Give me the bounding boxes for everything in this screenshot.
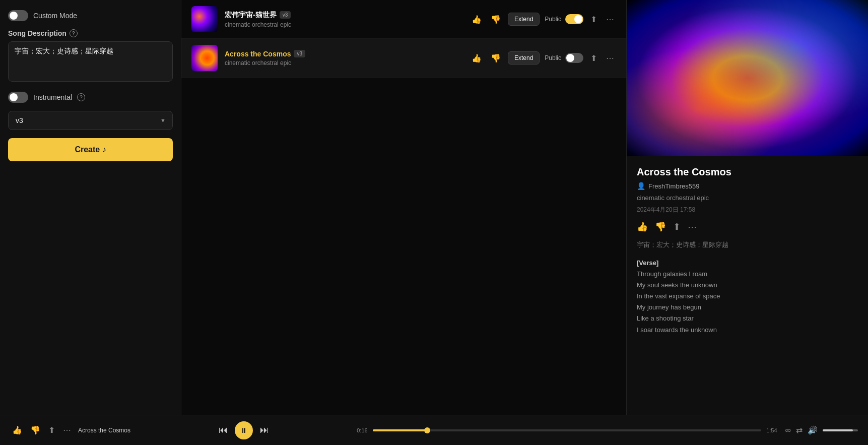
song-desc-textarea[interactable]: 宇宙；宏大；史诗感；星际穿越 xyxy=(8,41,173,82)
right-date: 2024年4月20日 17:58 xyxy=(637,206,858,214)
public-toggle-row-1: Public xyxy=(545,14,583,24)
more-btn-1[interactable]: ⋯ xyxy=(604,13,616,26)
version-select-wrapper: v3 v2 v1 xyxy=(8,111,173,130)
right-genre: cinematic orchestral epic xyxy=(637,194,858,202)
player-like-btn[interactable]: 👍 xyxy=(10,423,24,437)
song-actions-2: 👍 👎 Extend Public ⬆ ⋯ xyxy=(470,51,616,65)
song-info-1: 宏伟宇宙-猫世界 v3 cinematic orchestral epic xyxy=(225,11,462,28)
song-item-2[interactable]: Across the Cosmos v3 cinematic orchestra… xyxy=(181,39,626,78)
custom-mode-row: Custom Mode xyxy=(8,10,173,21)
left-sidebar: Custom Mode Song Description ? 宇宙；宏大；史诗感… xyxy=(0,0,181,415)
progress-bar[interactable] xyxy=(373,429,762,431)
public-toggle-1[interactable] xyxy=(565,14,583,24)
song-desc-section: Song Description ? 宇宙；宏大；史诗感；星际穿越 xyxy=(8,29,173,84)
create-button[interactable]: Create ♪ xyxy=(8,138,173,161)
loop-btn[interactable]: ∞ xyxy=(785,426,791,435)
volume-fill xyxy=(823,429,853,431)
user-icon: 👤 xyxy=(637,182,645,190)
custom-mode-label: Custom Mode xyxy=(33,12,77,20)
bottom-player: 👍 👎 ⬆ ⋯ Across the Cosmos ⏮ ⏸ ⏭ 0:16 1:5… xyxy=(0,415,868,445)
instrumental-label: Instrumental xyxy=(33,93,72,101)
dislike-btn-1[interactable]: 👎 xyxy=(489,13,503,26)
extend-btn-2[interactable]: Extend xyxy=(508,51,540,65)
right-share-btn[interactable]: ⬆ xyxy=(673,221,681,232)
player-right-controls: ∞ ⇄ 🔊 xyxy=(785,425,858,435)
song-version-badge-2: v3 xyxy=(294,50,305,57)
song-info-2: Across the Cosmos v3 cinematic orchestra… xyxy=(225,50,462,67)
song-title-1: 宏伟宇宙-猫世界 v3 xyxy=(225,11,462,20)
custom-mode-toggle[interactable] xyxy=(8,10,28,21)
prev-btn[interactable]: ⏮ xyxy=(219,425,228,435)
right-panel: Across the Cosmos 👤 FreshTimbres559 cine… xyxy=(626,0,868,415)
volume-bar[interactable] xyxy=(823,429,858,431)
song-item-1[interactable]: 宏伟宇宙-猫世界 v3 cinematic orchestral epic 👍 … xyxy=(181,0,626,39)
lyrics-line-3: In the vast expanse of space xyxy=(637,291,858,302)
player-share-btn[interactable]: ⬆ xyxy=(46,423,57,437)
next-btn[interactable]: ⏭ xyxy=(260,425,269,435)
song-actions-1: 👍 👎 Extend Public ⬆ ⋯ xyxy=(470,13,616,26)
more-btn-2[interactable]: ⋯ xyxy=(604,51,616,65)
right-more-btn[interactable]: ⋯ xyxy=(688,221,697,232)
lyrics-line-1: Through galaxies I roam xyxy=(637,269,858,280)
player-more-btn[interactable]: ⋯ xyxy=(61,423,73,437)
progress-fill xyxy=(373,429,427,431)
instrumental-help-icon[interactable]: ? xyxy=(77,93,85,101)
player-track-info: 👍 👎 ⬆ ⋯ Across the Cosmos xyxy=(10,423,130,437)
public-label-2: Public xyxy=(545,54,561,61)
lyrics-verse-label: [Verse] xyxy=(637,258,858,269)
right-description: 宇宙；宏大；史诗感；星际穿越 xyxy=(637,240,858,249)
progress-area: 0:16 1:54 xyxy=(357,427,777,433)
lyrics-line-4: My journey has begun xyxy=(637,302,858,313)
lyrics-section: [Verse] Through galaxies I roam My soul … xyxy=(637,258,858,336)
instrumental-toggle[interactable] xyxy=(8,92,28,103)
player-track-name: Across the Cosmos xyxy=(78,427,130,434)
play-pause-btn[interactable]: ⏸ xyxy=(235,421,253,439)
public-toggle-row-2: Public xyxy=(545,53,583,63)
lyrics-line-6: I soar towards the unknown xyxy=(637,325,858,336)
song-thumbnail-2 xyxy=(191,45,218,71)
lyrics-line-2: My soul seeks the unknown xyxy=(637,280,858,291)
song-title-2: Across the Cosmos v3 xyxy=(225,50,462,58)
player-dislike-btn[interactable]: 👎 xyxy=(28,423,42,437)
time-total: 1:54 xyxy=(766,427,777,433)
song-genre-1: cinematic orchestral epic xyxy=(225,21,462,28)
like-btn-2[interactable]: 👍 xyxy=(470,51,484,65)
like-btn-1[interactable]: 👍 xyxy=(470,13,484,26)
song-genre-2: cinematic orchestral epic xyxy=(225,59,462,67)
volume-btn[interactable]: 🔊 xyxy=(808,425,818,435)
right-username[interactable]: FreshTimbres559 xyxy=(648,182,699,190)
version-select[interactable]: v3 v2 v1 xyxy=(8,111,173,130)
share-btn-1[interactable]: ⬆ xyxy=(588,13,599,26)
progress-thumb xyxy=(424,427,430,433)
instrumental-row: Instrumental ? xyxy=(8,92,173,103)
song-desc-help-icon[interactable]: ? xyxy=(70,29,78,37)
shuffle-btn[interactable]: ⇄ xyxy=(796,425,803,435)
song-version-badge-1: v3 xyxy=(280,11,291,19)
dislike-btn-2[interactable]: 👎 xyxy=(489,51,503,65)
right-title: Across the Cosmos xyxy=(637,166,858,178)
song-list: 宏伟宇宙-猫世界 v3 cinematic orchestral epic 👍 … xyxy=(181,0,626,415)
player-like-actions: 👍 👎 ⬆ ⋯ xyxy=(10,423,73,437)
song-desc-label: Song Description ? xyxy=(8,29,173,37)
right-panel-actions: 👍 👎 ⬆ ⋯ xyxy=(637,221,858,232)
public-label-1: Public xyxy=(545,16,561,23)
public-toggle-2[interactable] xyxy=(565,53,583,63)
share-btn-2[interactable]: ⬆ xyxy=(588,51,599,65)
right-panel-info: Across the Cosmos 👤 FreshTimbres559 cine… xyxy=(627,156,868,415)
right-panel-artwork xyxy=(627,0,868,156)
right-dislike-btn[interactable]: 👎 xyxy=(655,221,666,232)
right-user: 👤 FreshTimbres559 xyxy=(637,182,858,190)
player-controls: ⏮ ⏸ ⏭ xyxy=(139,421,349,439)
song-thumbnail-1 xyxy=(191,6,218,32)
time-current: 0:16 xyxy=(357,427,367,433)
extend-btn-1[interactable]: Extend xyxy=(508,13,540,26)
lyrics-line-5: Like a shooting star xyxy=(637,313,858,324)
right-like-btn[interactable]: 👍 xyxy=(637,221,648,232)
